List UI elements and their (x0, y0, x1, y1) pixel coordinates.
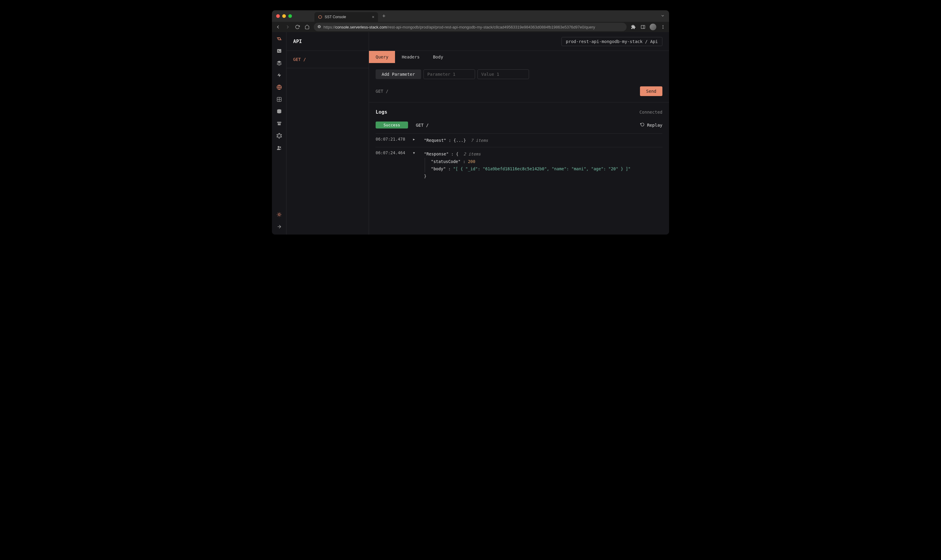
app-root: API GET / prod-rest-api-mongodb-my-stack… (272, 32, 669, 235)
tab-favicon-icon (318, 15, 322, 19)
chevron-down-icon[interactable] (661, 14, 665, 19)
svg-line-34 (277, 216, 278, 216)
browser-titlebar: SST Console × + (272, 10, 669, 22)
main-header: prod-rest-api-mongodb-my-stack / Api (369, 32, 669, 51)
window-minimize-icon[interactable] (282, 14, 286, 18)
logo-icon[interactable] (276, 36, 282, 42)
svg-point-26 (280, 147, 281, 148)
svg-point-25 (277, 146, 279, 148)
svg-point-27 (278, 214, 280, 215)
layers-icon[interactable] (276, 60, 282, 66)
svg-marker-9 (277, 73, 281, 77)
home-icon[interactable] (304, 24, 310, 30)
users-icon[interactable] (276, 145, 282, 151)
replay-button[interactable]: Replay (640, 122, 662, 128)
lightning-icon[interactable] (276, 72, 282, 78)
tab-query[interactable]: Query (369, 51, 395, 63)
svg-point-22 (279, 138, 279, 138)
menu-icon[interactable] (660, 24, 666, 30)
replay-label: Replay (647, 123, 662, 128)
database-icon[interactable] (276, 108, 282, 115)
tab-close-icon[interactable]: × (372, 15, 374, 19)
globe-icon[interactable] (276, 84, 282, 90)
request-label: GET / (376, 89, 388, 94)
traffic-lights (272, 14, 296, 18)
page-title: API (286, 32, 369, 51)
grid-icon[interactable] (276, 96, 282, 102)
log-body: "Request" : {...} 7 items (424, 137, 662, 144)
log-timestamp: 06:07:24.464 (376, 150, 405, 155)
browser-window: SST Console × + https://console.serverle… (272, 10, 669, 235)
tabs: Query Headers Body (369, 51, 669, 63)
log-summary: Success GET / Replay (376, 122, 662, 128)
request-row: GET / Send (369, 85, 669, 102)
status-badge: Success (376, 122, 408, 128)
parameter-key-input[interactable] (424, 69, 475, 79)
url-bar[interactable]: https://console.serverless-stack.com/res… (314, 23, 627, 31)
nav-rail (272, 32, 286, 235)
svg-point-23 (277, 137, 277, 137)
graphql-icon[interactable] (276, 133, 282, 139)
tab-body[interactable]: Body (426, 51, 450, 63)
browser-toolbar: https://console.serverless-stack.com/res… (272, 22, 669, 32)
params-row: Add Parameter (369, 63, 669, 85)
svg-point-24 (277, 134, 277, 135)
sidebar: API GET / (286, 32, 369, 235)
browser-tab[interactable]: SST Console × (314, 12, 378, 22)
svg-rect-6 (277, 49, 281, 53)
parameter-value-input[interactable] (477, 69, 529, 79)
svg-point-19 (279, 133, 279, 134)
new-tab-button[interactable]: + (382, 13, 386, 19)
log-timestamp: 06:07:21.478 (376, 137, 405, 142)
main-panel: prod-rest-api-mongodb-my-stack / Api Que… (369, 32, 669, 235)
svg-line-31 (280, 216, 281, 216)
add-parameter-button[interactable]: Add Parameter (376, 69, 421, 79)
sun-icon[interactable] (276, 212, 282, 218)
svg-point-5 (663, 28, 664, 29)
svg-marker-8 (277, 61, 281, 63)
send-button[interactable]: Send (640, 86, 662, 96)
svg-point-3 (663, 25, 664, 26)
log-entry: 06:07:24.464 ▼ "Response" : { 2 items "s… (376, 147, 662, 183)
route-list: GET / (286, 51, 369, 68)
profile-avatar[interactable] (650, 24, 656, 30)
expand-icon[interactable]: ▶ (413, 138, 416, 141)
lock-icon (317, 25, 321, 29)
log-body: "Response" : { 2 items "statusCode" : 20… (424, 150, 662, 180)
svg-point-21 (281, 137, 281, 137)
url-text: https://console.serverless-stack.com/res… (323, 25, 595, 29)
tab-title: SST Console (325, 15, 346, 19)
terminal-icon[interactable] (276, 48, 282, 54)
window-close-icon[interactable] (276, 14, 280, 18)
window-maximize-icon[interactable] (288, 14, 292, 18)
archive-icon[interactable] (276, 121, 282, 127)
forward-icon (285, 24, 291, 30)
svg-point-4 (663, 27, 664, 28)
route-item[interactable]: GET / (286, 51, 369, 68)
reload-icon[interactable] (294, 24, 300, 30)
arrow-right-icon[interactable] (276, 224, 282, 230)
logs-title: Logs (376, 109, 387, 115)
tab-headers[interactable]: Headers (395, 51, 426, 63)
breadcrumb[interactable]: prod-rest-api-mongodb-my-stack / Api (561, 37, 662, 46)
extensions-icon[interactable] (630, 24, 636, 30)
log-entry: 06:07:21.478 ▶ "Request" : {...} 7 items (376, 133, 662, 147)
svg-point-20 (281, 134, 281, 135)
panel-icon[interactable] (640, 24, 646, 30)
logs-section: Logs Connected Success GET / Replay 06:0… (369, 102, 669, 235)
back-icon[interactable] (275, 24, 281, 30)
log-route: GET / (416, 123, 429, 128)
svg-rect-1 (641, 25, 645, 29)
collapse-icon[interactable]: ▼ (413, 151, 416, 155)
logs-header: Logs Connected (376, 109, 662, 115)
replay-icon (640, 122, 645, 128)
connection-status: Connected (639, 110, 662, 115)
